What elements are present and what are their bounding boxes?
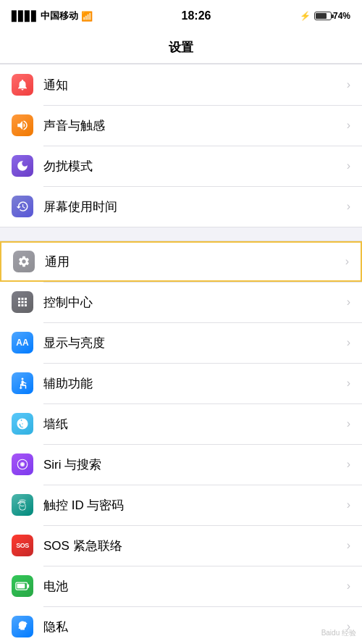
settings-row-siri[interactable]: Siri 与搜索 › bbox=[0, 444, 362, 485]
settings-row-battery[interactable]: 电池 › bbox=[0, 566, 362, 606]
screentime-label: 屏幕使用时间 bbox=[43, 198, 344, 215]
wallpaper-icon bbox=[12, 413, 33, 435]
chevron-icon: › bbox=[347, 417, 350, 430]
status-bar: ▋▋▋▋ 中国移动 📶 18:26 ⚡ 74% bbox=[0, 0, 362, 32]
chevron-icon: › bbox=[347, 580, 350, 593]
status-carrier: ▋▋▋▋ 中国移动 📶 bbox=[12, 9, 93, 22]
sos-label: SOS 紧急联络 bbox=[43, 538, 344, 554]
touchid-icon bbox=[12, 494, 33, 516]
chevron-icon: › bbox=[347, 78, 350, 91]
settings-row-privacy[interactable]: 隐私 › bbox=[0, 606, 362, 644]
charge-icon: ⚡ bbox=[300, 11, 311, 21]
wallpaper-label: 墙纸 bbox=[43, 416, 344, 432]
settings-row-accessibility[interactable]: 辅助功能 › bbox=[0, 363, 362, 403]
controlcenter-icon bbox=[12, 291, 33, 313]
siri-icon bbox=[12, 453, 33, 475]
settings-group-2: 通用 › 控制中心 › AA 显示与亮度 › bbox=[0, 241, 362, 644]
privacy-icon bbox=[12, 616, 33, 637]
sounds-icon bbox=[12, 114, 33, 136]
carrier-label: 中国移动 bbox=[41, 9, 78, 22]
svg-point-3 bbox=[22, 464, 24, 466]
settings-row-wallpaper[interactable]: 墙纸 › bbox=[0, 403, 362, 444]
settings-content: 通知 › 声音与触感 › 勿扰模式 › bbox=[0, 64, 362, 644]
sounds-label: 声音与触感 bbox=[43, 117, 344, 134]
notifications-label: 通知 bbox=[43, 77, 344, 93]
general-icon bbox=[13, 251, 35, 272]
settings-row-controlcenter[interactable]: 控制中心 › bbox=[0, 282, 362, 322]
general-label: 通用 bbox=[45, 254, 342, 270]
settings-group-1: 通知 › 声音与触感 › 勿扰模式 › bbox=[0, 64, 362, 227]
page-title: 设置 bbox=[169, 39, 193, 56]
dnd-icon bbox=[12, 155, 33, 177]
settings-row-general[interactable]: 通用 › bbox=[0, 241, 362, 282]
chevron-icon: › bbox=[347, 458, 350, 471]
privacy-label: 隐私 bbox=[43, 619, 344, 635]
status-time: 18:26 bbox=[182, 9, 211, 22]
nav-bar: 设置 bbox=[0, 32, 362, 64]
chevron-icon: › bbox=[347, 159, 350, 172]
accessibility-icon bbox=[12, 372, 33, 394]
settings-row-notifications[interactable]: 通知 › bbox=[0, 64, 362, 105]
svg-point-0 bbox=[22, 378, 24, 380]
settings-row-display[interactable]: AA 显示与亮度 › bbox=[0, 322, 362, 363]
battery-box bbox=[314, 12, 332, 20]
watermark: Baidu 经验 bbox=[321, 628, 356, 638]
wifi-icon: 📶 bbox=[81, 11, 93, 22]
display-icon: AA bbox=[12, 332, 33, 354]
chevron-icon: › bbox=[347, 539, 350, 552]
battery-indicator: 74% bbox=[314, 11, 350, 21]
display-label: 显示与亮度 bbox=[43, 335, 344, 351]
status-right: ⚡ 74% bbox=[300, 11, 350, 21]
accessibility-label: 辅助功能 bbox=[43, 375, 344, 392]
notifications-icon bbox=[12, 74, 33, 96]
chevron-icon: › bbox=[347, 377, 350, 390]
screentime-icon bbox=[12, 196, 33, 217]
svg-rect-5 bbox=[17, 584, 25, 589]
battery-label: 电池 bbox=[43, 578, 344, 595]
settings-row-screentime[interactable]: 屏幕使用时间 › bbox=[0, 186, 362, 227]
chevron-icon: › bbox=[345, 255, 349, 268]
signal-icon: ▋▋▋▋ bbox=[12, 11, 38, 22]
settings-section-1: 通知 › 声音与触感 › 勿扰模式 › bbox=[0, 64, 362, 227]
chevron-icon: › bbox=[347, 336, 350, 349]
touchid-label: 触控 ID 与密码 bbox=[43, 497, 344, 514]
settings-row-touchid[interactable]: 触控 ID 与密码 › bbox=[0, 485, 362, 525]
chevron-icon: › bbox=[347, 119, 350, 132]
controlcenter-label: 控制中心 bbox=[43, 294, 344, 311]
settings-row-sounds[interactable]: 声音与触感 › bbox=[0, 105, 362, 146]
siri-label: Siri 与搜索 bbox=[43, 456, 344, 473]
dnd-label: 勿扰模式 bbox=[43, 158, 344, 175]
battery-pct: 74% bbox=[333, 11, 350, 21]
settings-section-2: 通用 › 控制中心 › AA 显示与亮度 › bbox=[0, 241, 362, 644]
battery-fill bbox=[316, 13, 327, 19]
svg-rect-6 bbox=[28, 585, 29, 588]
battery-icon bbox=[12, 575, 33, 597]
chevron-icon: › bbox=[347, 296, 350, 309]
settings-row-dnd[interactable]: 勿扰模式 › bbox=[0, 146, 362, 186]
chevron-icon: › bbox=[347, 200, 350, 213]
chevron-icon: › bbox=[347, 498, 350, 511]
sos-icon: SOS bbox=[12, 535, 33, 556]
settings-row-sos[interactable]: SOS SOS 紧急联络 › bbox=[0, 525, 362, 566]
